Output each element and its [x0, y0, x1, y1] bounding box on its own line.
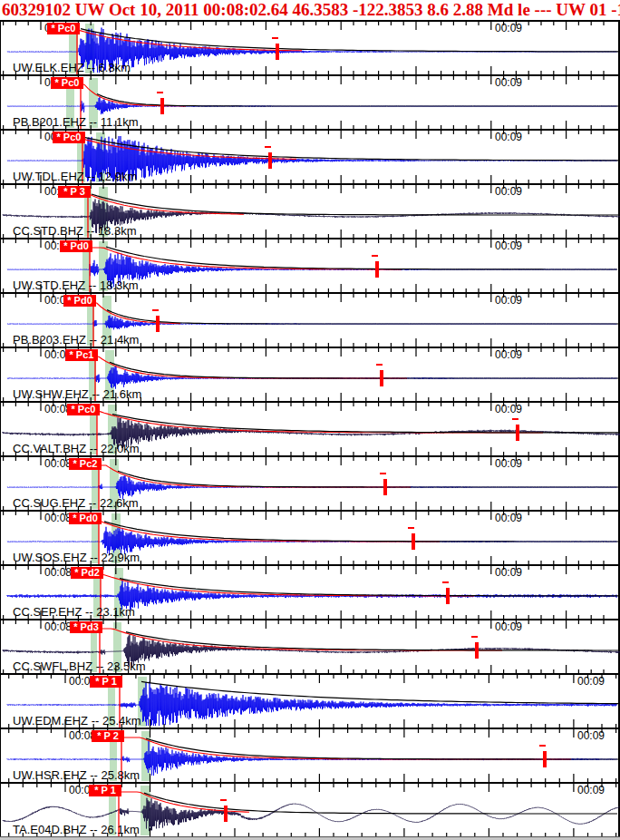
trace-row[interactable]: 00:0800:09* P 1TA.E04D.BHZ -- 26.1km [1, 782, 618, 836]
station-label: UW.EDM.EHZ -- 25.4km [13, 714, 141, 728]
time-label-right: 00:09 [495, 349, 522, 361]
waveform-trace[interactable] [7, 366, 617, 389]
station-label: UW.STD.EHZ -- 18.3km [13, 278, 139, 292]
coda-duration-marker[interactable] [276, 44, 279, 60]
waveform-trace[interactable] [7, 97, 617, 115]
waveform-trace[interactable] [7, 316, 617, 330]
station-label: CC.SWFL.BHZ -- 23.5km [13, 659, 146, 673]
station-label: UW.SHW.EHZ -- 21.6km [13, 387, 141, 401]
coda-duration-marker[interactable] [516, 425, 519, 441]
coda-duration-marker[interactable] [543, 751, 547, 767]
coda-dash [471, 636, 478, 638]
coda-duration-marker[interactable] [383, 479, 387, 495]
coda-duration-marker[interactable] [224, 806, 228, 822]
decay-curve-black [106, 247, 617, 269]
station-label: UW.SOS.EHZ -- 22.9km [13, 551, 140, 564]
trace-panel-stack: 00:0800:09* Pc0UW.ELK.EHZ -- 6.8km00:080… [0, 20, 620, 836]
time-label-right: 00:09 [495, 77, 522, 89]
trace-row[interactable]: 00:0800:09* Pc0CC.VALT.BHZ -- 22.0km [1, 401, 618, 455]
trace-row[interactable]: 00:0800:09* Pc2CC.SUG.EHZ -- 22.6km [1, 455, 618, 510]
time-label-right: 00:09 [495, 295, 522, 307]
pick-flag[interactable]: * Pc2 [69, 458, 102, 470]
time-label-left: 00:08 [44, 567, 72, 579]
trace-row[interactable]: 00:0800:09* Pd0UW.SOS.EHZ -- 22.9km [1, 510, 618, 564]
time-label-right: 00:09 [577, 730, 605, 742]
trace-row[interactable]: 00:0800:09* Pc0UW.TDL.EHZ -- 12.9km [1, 129, 618, 183]
pick-flag[interactable]: * Pc0 [51, 77, 83, 89]
pick-flag[interactable]: * P 1 [90, 676, 122, 688]
coda-dash [376, 364, 383, 366]
time-label-left: 00:08 [44, 458, 72, 470]
pick-flag[interactable]: * Pc0 [53, 132, 85, 143]
coda-duration-marker[interactable] [412, 533, 415, 550]
trace-row[interactable]: 00:0800:09* Pc0PB.B201.EHZ -- 11.1km [1, 74, 618, 129]
pick-flag[interactable]: * P 2 [92, 730, 124, 742]
time-label-right: 00:09 [577, 785, 605, 796]
trace-row[interactable]: 00:0800:09* Pc0UW.ELK.EHZ -- 6.8km [1, 20, 618, 74]
coda-duration-marker[interactable] [380, 370, 383, 386]
pick-flag[interactable]: * Pc0 [67, 404, 100, 415]
decay-curve-red [95, 357, 407, 378]
time-label-right: 00:09 [495, 567, 522, 579]
pick-flag[interactable]: * Pd0 [69, 513, 102, 524]
station-label: CC.STD.BHZ -- 18.3km [13, 224, 137, 238]
decay-curve-black [104, 522, 620, 542]
station-label: PB.B201.EHZ -- 11.1km [13, 115, 138, 129]
station-label: CC.SEP.EHZ -- 23.1km [13, 605, 135, 619]
decay-curve-black [107, 310, 618, 324]
time-label-right: 00:09 [495, 458, 522, 470]
coda-duration-marker[interactable] [375, 261, 379, 278]
coda-duration-marker[interactable] [475, 642, 479, 659]
coda-dash [265, 146, 271, 148]
pick-flag[interactable]: * Pd0 [60, 240, 92, 252]
decay-curve-black [120, 579, 620, 596]
pick-flag[interactable]: * Pc0 [47, 23, 80, 34]
pick-flag[interactable]: * Pc1 [65, 349, 98, 361]
coda-duration-marker[interactable] [160, 98, 164, 114]
time-label-right: 00:09 [495, 240, 522, 252]
coda-dash [380, 473, 386, 474]
station-label: CC.VALT.BHZ -- 22.0km [13, 442, 140, 455]
time-label-left: 00:08 [44, 621, 72, 633]
coda-dash [152, 309, 159, 311]
trace-row[interactable]: 00:0800:09* Pd0PB.B203.EHZ -- 21.4km [1, 292, 618, 347]
pick-flag[interactable]: * Pd2 [71, 567, 103, 579]
coda-dash [372, 255, 378, 257]
coda-dash [408, 527, 414, 529]
trace-row[interactable]: 00:0800:09* P 1UW.EDM.EHZ -- 25.4km [1, 673, 618, 728]
station-label: UW.TDL.EHZ -- 12.9km [13, 170, 137, 183]
trace-row[interactable]: 00:0800:09* Pd2CC.SEP.EHZ -- 23.1km [1, 564, 618, 619]
pick-flag[interactable]: * Pd3 [70, 621, 102, 633]
time-label-left: 00:08 [44, 513, 72, 524]
trace-row[interactable]: 00:0800:09* Pd3CC.SWFL.BHZ -- 23.5km [1, 619, 618, 673]
coda-dash [272, 37, 278, 39]
coda-dash [442, 581, 449, 583]
coda-duration-marker[interactable] [156, 316, 160, 332]
time-label-right: 00:09 [495, 186, 522, 198]
event-summary-title: 60329102 UW Oct 10, 2011 00:08:02.64 46.… [0, 0, 620, 19]
station-label: TA.E04D.BHZ -- 26.1km [13, 823, 140, 836]
pick-flag[interactable]: * Pd0 [63, 295, 96, 307]
time-label-right: 00:09 [495, 132, 522, 143]
trace-row[interactable]: 00:0800:09* P 2UW.HSR.EHZ -- 25.8km [1, 728, 618, 782]
time-label-right: 00:09 [495, 404, 522, 415]
bottom-scrollbar[interactable] [0, 836, 620, 840]
station-label: CC.SUG.EHZ -- 22.6km [13, 496, 139, 510]
coda-dash [539, 745, 546, 747]
decay-curve-black [110, 362, 620, 378]
trace-row[interactable]: 00:0800:09* P 3CC.STD.BHZ -- 18.3km [1, 183, 618, 238]
trace-row[interactable]: 00:0800:09* Pc1UW.SHW.EHZ -- 21.6km [1, 347, 618, 401]
coda-duration-marker[interactable] [268, 152, 272, 169]
time-label-right: 00:09 [495, 621, 522, 633]
pick-flag[interactable]: * P 1 [89, 785, 121, 796]
coda-duration-marker[interactable] [446, 588, 450, 604]
decay-curve-red [99, 465, 411, 487]
coda-dash [512, 418, 518, 420]
station-label: UW.HSR.EHZ -- 25.8km [13, 768, 140, 782]
trace-row[interactable]: 00:0800:09* Pd0UW.STD.EHZ -- 18.3km [1, 238, 618, 292]
station-label: UW.ELK.EHZ -- 6.8km [13, 61, 131, 74]
station-label: PB.B203.EHZ -- 21.4km [13, 333, 139, 347]
coda-dash [157, 92, 163, 93]
coda-dash [220, 799, 227, 801]
pick-flag[interactable]: * P 3 [58, 186, 91, 198]
